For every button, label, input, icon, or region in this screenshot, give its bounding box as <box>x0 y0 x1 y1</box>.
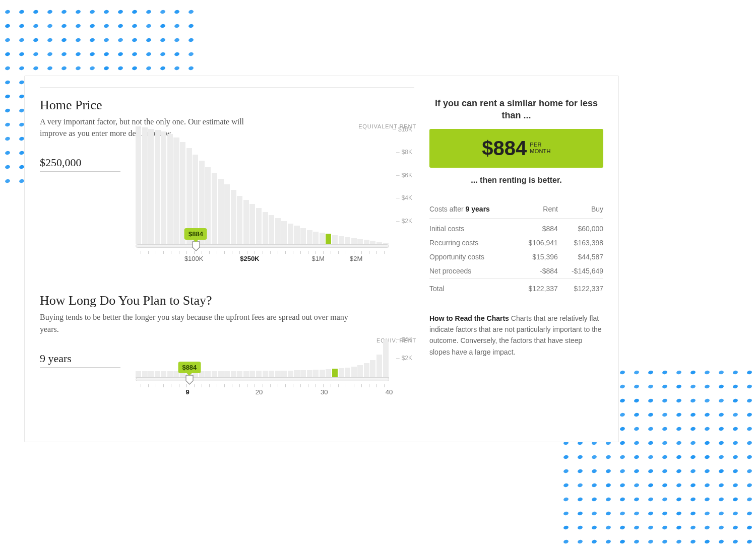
years-value: 9 years <box>40 352 120 368</box>
years-slider[interactable] <box>136 378 389 381</box>
chart-bar <box>300 370 306 377</box>
chart-bar <box>376 242 382 244</box>
chart-bar <box>218 371 224 377</box>
chart-bar <box>256 371 262 377</box>
costs-header-prefix: Costs after <box>429 205 466 213</box>
costs-col-buy: Buy <box>558 200 603 219</box>
cell-buy: $60,000 <box>558 218 603 236</box>
y-tick: $6K <box>396 172 412 179</box>
chart-bar <box>243 371 249 377</box>
x-tick: 20 <box>256 388 263 396</box>
result-amount-box: $884 PER MONTH <box>429 129 603 168</box>
years-slider-thumb[interactable] <box>185 375 194 385</box>
chart-bar <box>212 371 217 377</box>
chart-bar <box>249 204 255 244</box>
result-lead-bottom: ... then renting is better. <box>429 176 603 185</box>
chart-bar <box>294 226 299 244</box>
cell-buy: $44,587 <box>558 250 603 264</box>
chart-bar <box>167 371 173 377</box>
chart-bar <box>136 126 141 244</box>
chart-bar <box>351 238 357 244</box>
chart-bar <box>383 243 389 244</box>
chart-bar <box>313 370 319 377</box>
x-tick: $1M <box>312 255 325 262</box>
chart-bar <box>332 235 338 244</box>
chart-bar <box>269 371 274 377</box>
table-row: Recurring costs$106,941$163,398 <box>429 236 603 250</box>
years-title: How Long Do You Plan to Stay? <box>40 293 414 308</box>
result-unit-bottom: MONTH <box>530 148 550 154</box>
chart-bar <box>231 371 236 377</box>
y-tick: $2K <box>396 218 412 225</box>
chart-bar <box>357 365 363 377</box>
chart-bar <box>370 241 375 244</box>
table-row: Opportunity costs$15,396$44,587 <box>429 250 603 264</box>
x-tick: 40 <box>386 388 393 396</box>
section-home-price: Home Price A very important factor, but … <box>40 87 414 263</box>
chart-bar <box>237 196 242 244</box>
x-tick: 9 <box>185 388 189 396</box>
y-tick: $4K <box>396 194 412 201</box>
home-price-slider-thumb[interactable] <box>192 241 200 251</box>
chart-bar <box>212 173 217 244</box>
result-amount: $884 <box>482 137 527 160</box>
chart-bar <box>294 370 299 377</box>
years-bars: $4K$2K$884 <box>136 337 389 378</box>
table-row: Initial costs$884$60,000 <box>429 218 603 236</box>
chart-bar <box>326 234 331 244</box>
chart-bar <box>345 237 350 244</box>
costs-header-label: Costs after 9 years <box>429 200 516 219</box>
chart-bar <box>142 371 148 377</box>
years-bubble: $884 <box>178 362 201 373</box>
home-price-slider[interactable] <box>136 244 389 248</box>
chart-bar <box>320 233 325 244</box>
chart-bar <box>249 371 255 377</box>
home-price-value: $250,000 <box>40 156 120 172</box>
chart-bar <box>320 370 325 377</box>
chart-bar <box>364 240 369 244</box>
chart-bar <box>161 131 166 244</box>
howto-title: How to Read the Charts <box>429 314 509 322</box>
chart-bar <box>376 355 382 377</box>
chart-bar <box>326 369 331 377</box>
chart-bar <box>275 371 281 377</box>
cell-rent: $15,396 <box>516 250 557 264</box>
chart-bar <box>313 232 319 244</box>
chart-bar <box>161 371 166 377</box>
chart-bar <box>364 363 369 377</box>
home-price-bars: $10K$8K$6K$4K$2K$884 <box>136 123 389 244</box>
chart-bar <box>218 179 224 244</box>
section-years-stay: How Long Do You Plan to Stay? Buying ten… <box>40 293 414 396</box>
chart-bar <box>224 184 230 244</box>
cell-rent: $884 <box>516 218 557 236</box>
years-desc: Buying tends to be better the longer you… <box>40 311 362 334</box>
chart-bar <box>281 221 287 244</box>
cell-label: Initial costs <box>429 218 516 236</box>
chart-bar <box>351 367 357 377</box>
costs-total-label: Total <box>429 278 516 299</box>
home-price-chart: EQUIVALENT RENT $10K$8K$6K$4K$2K$884 $10… <box>136 123 414 263</box>
home-price-title: Home Price <box>40 98 414 113</box>
chart-bar <box>155 130 160 244</box>
costs-col-rent: Rent <box>516 200 557 219</box>
chart-bar <box>173 137 179 244</box>
chart-bar <box>288 224 293 244</box>
costs-table: Costs after 9 years Rent Buy Initial cos… <box>429 200 603 299</box>
chart-bar <box>383 339 389 377</box>
home-price-bubble: $884 <box>184 228 207 240</box>
table-row: Net proceeds-$884-$145,649 <box>429 264 603 279</box>
y-tick: $2K <box>396 355 412 362</box>
chart-bar <box>339 368 344 377</box>
y-tick: $8K <box>396 149 412 156</box>
panel-right: If you can rent a similar home for less … <box>429 87 603 427</box>
result-unit: PER MONTH <box>530 142 550 154</box>
cell-buy: -$145,649 <box>558 264 603 279</box>
chart-bar <box>148 371 154 377</box>
y-tick: $10K <box>393 126 412 133</box>
y-tick: $4K <box>396 336 412 343</box>
costs-header-years: 9 years <box>466 205 490 213</box>
costs-total-rent: $122,337 <box>516 278 557 299</box>
chart-bar <box>136 371 141 377</box>
chart-bar <box>281 371 287 377</box>
chart-bar <box>142 127 148 244</box>
